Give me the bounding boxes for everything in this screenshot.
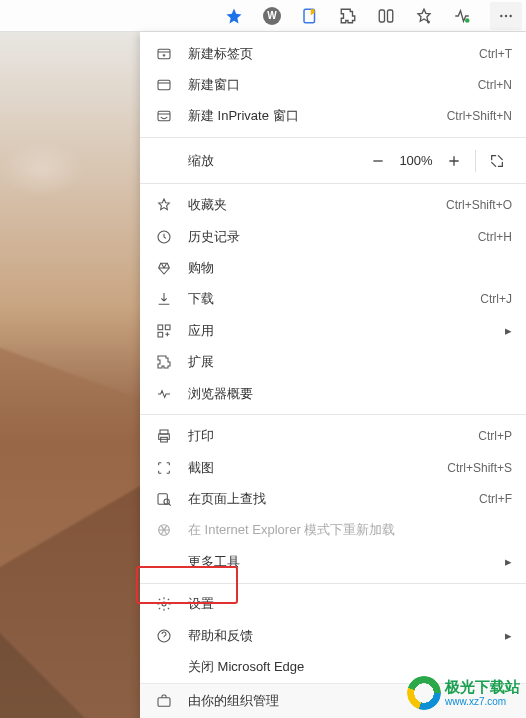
svg-rect-2 [388, 10, 393, 22]
menu-help[interactable]: 帮助和反馈 ▸ [140, 620, 526, 651]
menu-label: 更多工具 [188, 553, 497, 571]
svg-rect-12 [165, 325, 170, 330]
menu-more-tools[interactable]: 更多工具 ▸ [140, 546, 526, 577]
downloads-icon [154, 289, 174, 309]
menu-shortcut: Ctrl+N [478, 78, 512, 92]
menu-label: 在 Internet Explorer 模式下重新加载 [188, 521, 512, 539]
browser-toolbar: W [0, 0, 526, 32]
performance-icon[interactable] [452, 6, 472, 26]
svg-point-20 [162, 602, 166, 606]
svg-rect-22 [158, 698, 170, 707]
chevron-right-icon: ▸ [505, 628, 512, 643]
content-background [0, 32, 140, 718]
menu-label: 帮助和反馈 [188, 627, 497, 645]
separator [140, 583, 526, 584]
chevron-right-icon: ▸ [505, 554, 512, 569]
menu-ie-mode: 在 Internet Explorer 模式下重新加载 [140, 515, 526, 546]
blank-icon [154, 657, 174, 677]
star-icon[interactable] [224, 6, 244, 26]
heartbeat-icon [154, 384, 174, 404]
menu-favorites[interactable]: 收藏夹 Ctrl+Shift+O [140, 189, 526, 220]
menu-label: 下载 [188, 290, 480, 308]
blank-icon [154, 552, 174, 572]
menu-find[interactable]: 在页面上查找 Ctrl+F [140, 483, 526, 514]
menu-downloads[interactable]: 下载 Ctrl+J [140, 284, 526, 315]
menu-label: 在页面上查找 [188, 490, 479, 508]
app-menu: 新建标签页 Ctrl+T 新建窗口 Ctrl+N 新建 InPrivate 窗口… [140, 32, 526, 718]
svg-point-3 [465, 18, 470, 23]
menu-label: 截图 [188, 459, 447, 477]
menu-label: 新建 InPrivate 窗口 [188, 107, 447, 125]
menu-extensions[interactable]: 扩展 [140, 347, 526, 378]
menu-new-tab[interactable]: 新建标签页 Ctrl+T [140, 38, 526, 69]
menu-screenshot[interactable]: 截图 Ctrl+Shift+S [140, 452, 526, 483]
menu-shortcut: Ctrl+J [480, 292, 512, 306]
svg-rect-8 [158, 80, 170, 89]
menu-close-edge[interactable]: 关闭 Microsoft Edge [140, 651, 526, 682]
menu-label: 收藏夹 [188, 196, 446, 214]
menu-label: 新建标签页 [188, 45, 479, 63]
svg-point-5 [505, 14, 507, 16]
menu-label: 浏览器概要 [188, 385, 512, 403]
menu-shortcut: Ctrl+P [478, 429, 512, 443]
menu-label: 打印 [188, 427, 478, 445]
menu-label: 应用 [188, 322, 497, 340]
menu-shortcut: Ctrl+Shift+N [447, 109, 512, 123]
menu-label: 关闭 Microsoft Edge [188, 658, 512, 676]
separator [140, 137, 526, 138]
print-icon [154, 426, 174, 446]
menu-shortcut: Ctrl+Shift+O [446, 198, 512, 212]
menu-browser-essentials[interactable]: 浏览器概要 [140, 378, 526, 409]
zoom-in-button[interactable] [439, 146, 469, 176]
extensions-menu-icon [154, 352, 174, 372]
zoom-label: 缩放 [154, 152, 363, 170]
gear-icon [154, 594, 174, 614]
menu-label: 历史记录 [188, 228, 478, 246]
separator [140, 183, 526, 184]
menu-history[interactable]: 历史记录 Ctrl+H [140, 221, 526, 252]
menu-apps[interactable]: 应用 ▸ [140, 315, 526, 346]
menu-managed[interactable]: 由你的组织管理 [140, 683, 526, 718]
menu-shopping[interactable]: 购物 [140, 252, 526, 283]
screenshot-icon [154, 458, 174, 478]
svg-rect-9 [158, 112, 170, 121]
svg-rect-14 [160, 430, 168, 434]
wallet-icon[interactable]: W [262, 6, 282, 26]
separator [140, 414, 526, 415]
favorites-star-icon[interactable] [414, 6, 434, 26]
briefcase-icon [154, 691, 174, 711]
apps-icon [154, 321, 174, 341]
svg-point-4 [500, 14, 502, 16]
history-icon [154, 227, 174, 247]
menu-shortcut: Ctrl+Shift+S [447, 461, 512, 475]
menu-new-window[interactable]: 新建窗口 Ctrl+N [140, 69, 526, 100]
menu-label: 由你的组织管理 [188, 692, 512, 710]
menu-label: 扩展 [188, 353, 512, 371]
chevron-right-icon: ▸ [505, 323, 512, 338]
svg-point-6 [509, 14, 511, 16]
menu-shortcut: Ctrl+F [479, 492, 512, 506]
more-button[interactable] [490, 2, 522, 30]
help-icon [154, 626, 174, 646]
ie-icon [154, 520, 174, 540]
menu-print[interactable]: 打印 Ctrl+P [140, 420, 526, 451]
zoom-out-button[interactable] [363, 146, 393, 176]
menu-settings[interactable]: 设置 [140, 589, 526, 620]
fullscreen-button[interactable] [482, 146, 512, 176]
menu-new-inprivate[interactable]: 新建 InPrivate 窗口 Ctrl+Shift+N [140, 101, 526, 132]
collections-icon[interactable] [300, 6, 320, 26]
split-screen-icon[interactable] [376, 6, 396, 26]
menu-label: 购物 [188, 259, 512, 277]
extensions-icon[interactable] [338, 6, 358, 26]
shopping-icon [154, 258, 174, 278]
menu-label: 新建窗口 [188, 76, 478, 94]
new-window-icon [154, 75, 174, 95]
menu-shortcut: Ctrl+H [478, 230, 512, 244]
favorites-icon [154, 195, 174, 215]
new-tab-icon [154, 44, 174, 64]
svg-rect-13 [158, 332, 163, 337]
menu-zoom: 缩放 100% [140, 143, 526, 178]
menu-shortcut: Ctrl+T [479, 47, 512, 61]
zoom-value: 100% [393, 153, 439, 168]
menu-label: 设置 [188, 595, 512, 613]
